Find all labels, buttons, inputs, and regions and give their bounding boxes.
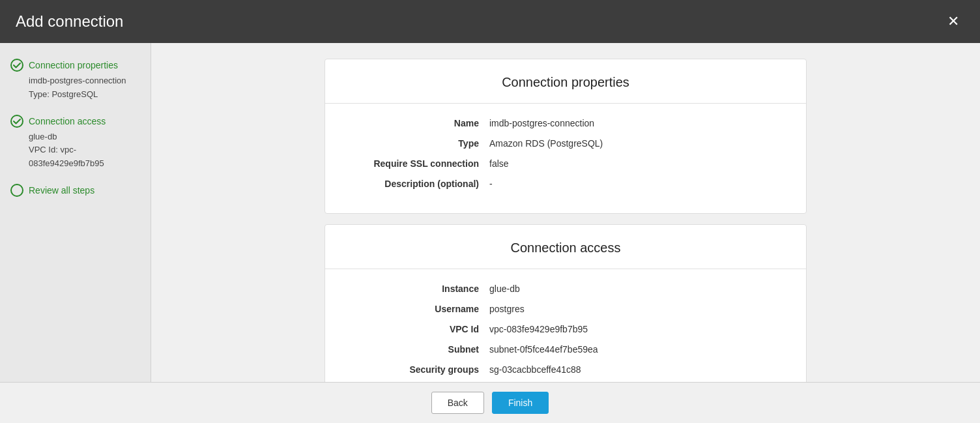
- step2-detail: glue-db VPC Id: vpc-083fe9429e9fb7b95: [10, 130, 140, 171]
- dialog-body: Connection properties imdb-postgres-conn…: [0, 43, 980, 382]
- label-secgroups: Security groups: [346, 363, 489, 377]
- finish-button[interactable]: Finish: [492, 392, 549, 414]
- connection-properties-card: Connection properties Name imdb-postgres…: [324, 59, 807, 214]
- card1-table: Name imdb-postgres-connection Type Amazo…: [346, 117, 785, 191]
- circle-icon-3: [10, 184, 23, 197]
- step1-detail: imdb-postgres-connection Type: PostgreSQ…: [10, 74, 140, 102]
- card2-title: Connection access: [346, 241, 785, 255]
- dialog-header: Add connection ✕: [0, 0, 980, 43]
- table-row: Username postgres: [346, 302, 785, 316]
- table-row: Description (optional) -: [346, 177, 785, 191]
- label-username: Username: [346, 302, 489, 316]
- value-vpcid: vpc-083fe9429e9fb7b95: [489, 323, 785, 336]
- svg-point-1: [11, 115, 23, 127]
- back-button[interactable]: Back: [431, 392, 484, 414]
- label-subnet: Subnet: [346, 343, 489, 357]
- value-name: imdb-postgres-connection: [489, 117, 785, 130]
- sidebar-step-connection-access: Connection access glue-db VPC Id: vpc-08…: [10, 115, 140, 171]
- table-row: Instance glue-db: [346, 282, 785, 296]
- label-instance: Instance: [346, 282, 489, 296]
- step1-header: Connection properties: [10, 59, 140, 72]
- card1-divider: [325, 103, 806, 104]
- table-row: Type Amazon RDS (PostgreSQL): [346, 137, 785, 151]
- table-row: VPC Id vpc-083fe9429e9fb7b95: [346, 323, 785, 336]
- sidebar-step-review: Review all steps: [10, 184, 140, 197]
- card2-divider: [325, 269, 806, 269]
- table-row: Require SSL connection false: [346, 157, 785, 171]
- table-row: Security groups sg-03cacbbceffe41c88: [346, 363, 785, 377]
- step3-title[interactable]: Review all steps: [29, 185, 94, 196]
- value-subnet: subnet-0f5fce44ef7be59ea: [489, 343, 785, 357]
- value-username: postgres: [489, 302, 785, 316]
- value-secgroups: sg-03cacbbceffe41c88: [489, 363, 785, 377]
- sidebar-step-connection-properties: Connection properties imdb-postgres-conn…: [10, 59, 140, 102]
- table-row: Subnet subnet-0f5fce44ef7be59ea: [346, 343, 785, 357]
- main-content: Connection properties Name imdb-postgres…: [151, 43, 980, 382]
- label-name: Name: [346, 117, 489, 130]
- step2-header: Connection access: [10, 115, 140, 128]
- value-instance: glue-db: [489, 282, 785, 296]
- dialog-footer: Back Finish: [0, 382, 980, 423]
- svg-point-0: [11, 59, 23, 71]
- dialog-title: Add connection: [16, 12, 123, 31]
- close-button[interactable]: ✕: [942, 12, 964, 31]
- step1-title[interactable]: Connection properties: [29, 60, 118, 70]
- label-desc: Description (optional): [346, 177, 489, 191]
- table-row: Name imdb-postgres-connection: [346, 117, 785, 130]
- check-circle-icon-1: [10, 59, 23, 72]
- step3-header: Review all steps: [10, 184, 140, 197]
- label-ssl: Require SSL connection: [346, 157, 489, 171]
- connection-access-card: Connection access Instance glue-db Usern…: [324, 224, 807, 382]
- label-type: Type: [346, 137, 489, 151]
- sidebar: Connection properties imdb-postgres-conn…: [0, 43, 151, 382]
- value-type: Amazon RDS (PostgreSQL): [489, 137, 785, 151]
- check-circle-icon-2: [10, 115, 23, 128]
- value-ssl: false: [489, 157, 785, 171]
- card1-title: Connection properties: [346, 75, 785, 90]
- add-connection-dialog: Add connection ✕ Connection properties i…: [0, 0, 980, 423]
- label-vpcid: VPC Id: [346, 323, 489, 336]
- step2-title[interactable]: Connection access: [29, 116, 106, 126]
- value-desc: -: [489, 177, 785, 191]
- card2-table: Instance glue-db Username postgres VPC I…: [346, 282, 785, 377]
